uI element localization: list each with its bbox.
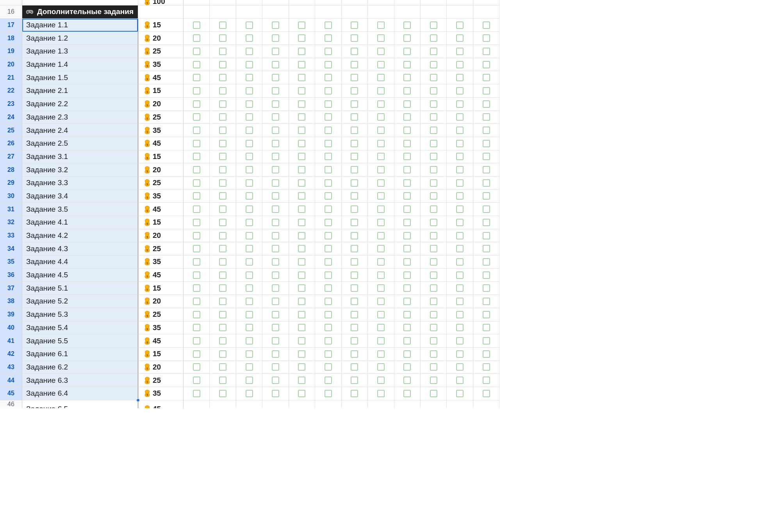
checkbox[interactable]	[456, 74, 464, 81]
checkbox-cell[interactable]	[184, 387, 210, 400]
checkbox[interactable]	[430, 377, 437, 384]
checkbox-cell[interactable]	[184, 58, 210, 71]
checkbox-cell[interactable]	[262, 150, 289, 164]
checkbox-cell[interactable]	[289, 203, 315, 216]
task-name-cell[interactable]: Задание 4.3	[22, 242, 138, 255]
checkbox-cell[interactable]	[210, 255, 236, 269]
task-name-cell[interactable]: Задание 5.5	[22, 334, 138, 348]
checkbox-cell[interactable]	[394, 71, 421, 84]
row-header[interactable]: 19	[0, 45, 22, 58]
checkbox[interactable]	[298, 166, 305, 173]
points-cell[interactable]	[138, 5, 184, 19]
checkbox-cell[interactable]	[394, 255, 421, 269]
checkbox-cell[interactable]	[473, 229, 499, 243]
checkbox-cell[interactable]	[447, 84, 473, 98]
checkbox[interactable]	[430, 48, 437, 55]
checkbox[interactable]	[483, 390, 490, 397]
checkbox[interactable]	[193, 390, 200, 397]
checkbox[interactable]	[219, 113, 226, 121]
checkbox[interactable]	[403, 48, 411, 55]
checkbox-cell[interactable]	[394, 32, 421, 45]
checkbox[interactable]	[377, 311, 385, 318]
checkbox[interactable]	[246, 390, 253, 397]
checkbox-cell[interactable]	[289, 19, 315, 32]
checkbox-cell[interactable]	[184, 163, 210, 177]
checkbox[interactable]	[351, 34, 358, 42]
checkbox[interactable]	[219, 127, 226, 134]
checkbox-cell[interactable]	[342, 137, 368, 150]
checkbox[interactable]	[325, 298, 332, 305]
checkbox-cell[interactable]	[342, 255, 368, 269]
checkbox-cell[interactable]	[473, 361, 499, 374]
checkbox-cell[interactable]	[236, 32, 262, 45]
task-name-cell[interactable]: Задание 4.4	[22, 255, 138, 269]
checkbox-cell[interactable]	[236, 150, 262, 164]
checkbox-cell[interactable]	[315, 32, 341, 45]
checkbox-cell[interactable]	[315, 242, 341, 255]
checkbox[interactable]	[483, 219, 490, 226]
checkbox-cell[interactable]	[421, 111, 447, 124]
checkbox[interactable]	[193, 34, 200, 42]
checkbox[interactable]	[377, 100, 385, 108]
row-header[interactable]: 42	[0, 348, 22, 361]
checkbox[interactable]	[483, 205, 490, 213]
checkbox-cell[interactable]	[368, 32, 394, 45]
checkbox[interactable]	[351, 153, 358, 160]
checkbox-cell[interactable]	[210, 308, 236, 321]
task-name-cell[interactable]: Задание 4.5	[22, 269, 138, 282]
checkbox[interactable]	[298, 100, 305, 108]
checkbox[interactable]	[456, 61, 464, 68]
checkbox-cell[interactable]	[262, 190, 289, 203]
checkbox[interactable]	[351, 192, 358, 200]
checkbox-cell[interactable]	[473, 242, 499, 255]
row-header[interactable]: 30	[0, 190, 22, 203]
checkbox-cell[interactable]	[342, 150, 368, 164]
checkbox-cell[interactable]	[236, 348, 262, 361]
checkbox[interactable]	[377, 205, 385, 213]
checkbox[interactable]	[193, 153, 200, 160]
points-cell[interactable]: $ 35	[138, 387, 184, 400]
checkbox-cell[interactable]	[447, 190, 473, 203]
checkbox[interactable]	[351, 350, 358, 358]
checkbox[interactable]	[272, 61, 279, 68]
points-cell[interactable]: $ 25	[138, 111, 184, 124]
checkbox-cell[interactable]	[289, 361, 315, 374]
checkbox[interactable]	[272, 245, 279, 252]
checkbox-cell[interactable]	[289, 295, 315, 308]
checkbox[interactable]	[377, 350, 385, 358]
checkbox-cell[interactable]	[236, 255, 262, 269]
checkbox[interactable]	[325, 258, 332, 266]
checkbox-cell[interactable]	[394, 84, 421, 98]
checkbox-cell[interactable]	[315, 58, 341, 71]
checkbox[interactable]	[377, 363, 385, 371]
checkbox[interactable]	[272, 337, 279, 345]
row-header[interactable]: 40	[0, 321, 22, 335]
checkbox-cell[interactable]	[184, 242, 210, 255]
checkbox-cell[interactable]	[184, 32, 210, 45]
checkbox[interactable]	[219, 232, 226, 239]
checkbox[interactable]	[219, 140, 226, 147]
checkbox[interactable]	[430, 298, 437, 305]
checkbox[interactable]	[298, 34, 305, 42]
checkbox-cell[interactable]	[447, 242, 473, 255]
checkbox[interactable]	[246, 258, 253, 266]
checkbox[interactable]	[483, 350, 490, 358]
checkbox-cell[interactable]	[342, 58, 368, 71]
checkbox[interactable]	[193, 192, 200, 200]
checkbox-cell[interactable]	[289, 242, 315, 255]
checkbox-cell[interactable]	[315, 387, 341, 400]
checkbox[interactable]	[246, 153, 253, 160]
checkbox-cell[interactable]	[289, 84, 315, 98]
checkbox-cell[interactable]	[184, 124, 210, 137]
checkbox[interactable]	[403, 258, 411, 266]
checkbox[interactable]	[246, 377, 253, 384]
checkbox-cell[interactable]	[447, 150, 473, 164]
checkbox-cell[interactable]	[394, 58, 421, 71]
checkbox[interactable]	[246, 350, 253, 358]
checkbox-cell[interactable]	[368, 150, 394, 164]
checkbox[interactable]	[483, 48, 490, 55]
checkbox-cell[interactable]	[210, 177, 236, 190]
checkbox-cell[interactable]	[342, 242, 368, 255]
checkbox[interactable]	[403, 390, 411, 397]
checkbox[interactable]	[298, 311, 305, 318]
